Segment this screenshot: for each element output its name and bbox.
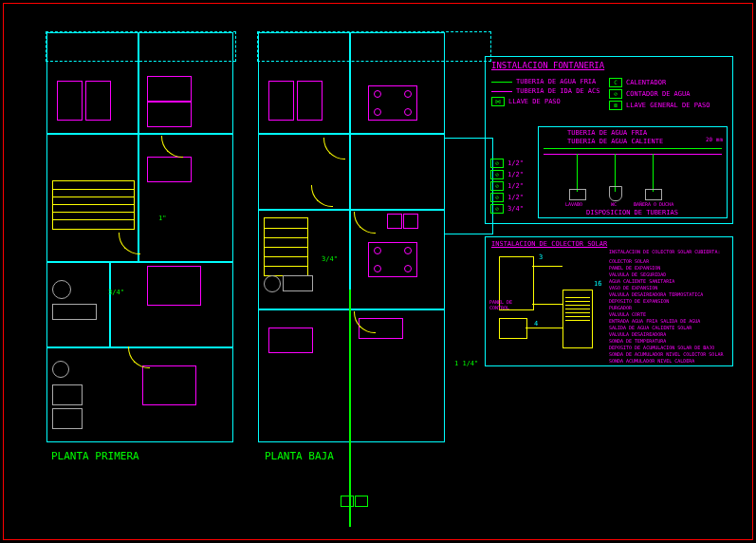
fixture-sink bbox=[52, 304, 97, 320]
num: 3 bbox=[539, 253, 543, 261]
fixture-wc bbox=[264, 275, 281, 292]
legend-row: ⊘CONTADOR DE AGUA bbox=[609, 89, 727, 99]
fixture-wc bbox=[52, 280, 71, 299]
furniture-sofa bbox=[268, 328, 313, 353]
door bbox=[354, 212, 376, 234]
dim-label: 3/4" bbox=[322, 255, 338, 263]
door bbox=[161, 136, 183, 158]
legend-title: INSTALACION DE COLECTOR SOLAR bbox=[491, 240, 727, 248]
drawing-canvas[interactable]: PLANTA PRIMERA 1" 3/4" bbox=[3, 3, 753, 540]
furniture-bed bbox=[147, 102, 192, 127]
wall bbox=[259, 133, 444, 135]
door bbox=[311, 185, 333, 207]
legend-solar: INSTALACION DE COLECTOR SOLAR bbox=[485, 236, 733, 366]
furniture-bed bbox=[147, 157, 192, 182]
pipe-disposition-diagram: TUBERIA DE AGUA FRIA TUBERIA DE AGUA CAL… bbox=[538, 126, 728, 218]
wall bbox=[109, 261, 111, 346]
legend-row: ⋈LLAVE DE PASO bbox=[491, 97, 609, 106]
legend-row: TUBERIA DE AGUA FRIA bbox=[491, 78, 609, 85]
furniture-appliance bbox=[403, 214, 418, 229]
num: 4 bbox=[534, 320, 538, 328]
valve-symbol bbox=[355, 496, 368, 507]
fixture-label: BAÑERA O DUCHA bbox=[634, 201, 673, 207]
floorplan-first bbox=[46, 32, 233, 442]
fixture-sink bbox=[283, 275, 313, 291]
fixture-icon bbox=[569, 189, 586, 200]
fixture-label: LAVABO bbox=[565, 201, 582, 207]
legend-row: ⊠LLAVE GENERAL DE PASO bbox=[609, 101, 727, 110]
wall bbox=[138, 33, 139, 261]
fixture-wc bbox=[52, 361, 69, 378]
roof-hatch bbox=[46, 31, 236, 62]
label-planta-primera: PLANTA PRIMERA bbox=[51, 450, 139, 462]
num: 16 bbox=[594, 280, 601, 288]
furniture-sofa bbox=[297, 81, 323, 121]
furniture-table bbox=[368, 242, 417, 277]
furniture-bed bbox=[147, 76, 192, 102]
door bbox=[128, 346, 150, 368]
fixture-tub bbox=[52, 384, 83, 405]
meter-symbol bbox=[341, 496, 354, 507]
wall bbox=[259, 209, 444, 211]
furniture-sofa bbox=[85, 81, 111, 121]
floorplan-ground bbox=[258, 32, 445, 442]
furniture-sofa bbox=[57, 81, 83, 121]
fixture-label: WC bbox=[611, 201, 617, 207]
pipe-diam: 20 mm bbox=[706, 136, 723, 142]
legend-fontaneria: INSTALACION FONTANERIA TUBERIA DE AGUA F… bbox=[485, 56, 733, 224]
furniture-bed bbox=[147, 266, 201, 306]
furniture-table bbox=[368, 85, 417, 121]
solar-item-list: INSTALACION DE COLECTOR SOLAR CUBIERTA: … bbox=[609, 249, 728, 365]
dim-label: 1 1/4" bbox=[454, 360, 478, 367]
door bbox=[119, 233, 140, 254]
label-planta-baja: PLANTA BAJA bbox=[265, 450, 334, 462]
solar-diagram: 3 4 16 PANEL DE CONTROL bbox=[491, 252, 600, 358]
door bbox=[354, 311, 376, 333]
pipe-caption: DISPOSICION DE TUBERIAS bbox=[586, 209, 678, 216]
fixture-icon bbox=[609, 186, 622, 201]
stairs bbox=[264, 217, 308, 276]
furniture-sofa bbox=[268, 81, 294, 121]
patio-hatch bbox=[257, 31, 491, 62]
dim-label: 1" bbox=[158, 215, 166, 222]
pipe-sizes: ⊘1/2" ⊘1/2" ⊘1/2" ⊘1/2" ⊘3/4" bbox=[490, 157, 533, 215]
legend-row: CCALENTADOR bbox=[609, 78, 727, 87]
solar-tank bbox=[562, 290, 593, 348]
furniture-appliance bbox=[387, 214, 402, 229]
pipe-main bbox=[349, 290, 351, 527]
pipe-line-hot bbox=[544, 154, 722, 155]
panel-label: PANEL DE CONTROL bbox=[489, 299, 518, 310]
door bbox=[323, 138, 345, 159]
legend-row: TUBERIA DE IDA DE ACS bbox=[491, 87, 609, 95]
wall bbox=[259, 309, 444, 310]
furniture-bed bbox=[142, 365, 196, 405]
dim-label: 3/4" bbox=[108, 289, 124, 296]
wall bbox=[47, 133, 232, 135]
pipe-line-cold bbox=[544, 148, 722, 149]
solar-pump bbox=[499, 318, 527, 339]
fixture-tub bbox=[52, 408, 83, 429]
wall bbox=[47, 261, 232, 263]
fixture-icon bbox=[645, 189, 662, 200]
pipe-title-cold: TUBERIA DE AGUA FRIA bbox=[567, 129, 647, 137]
legend-title: INSTALACION FONTANERIA bbox=[491, 61, 727, 70]
stairs bbox=[52, 180, 135, 230]
pipe-title-hot: TUBERIA DE AGUA CALIENTE bbox=[567, 138, 663, 145]
